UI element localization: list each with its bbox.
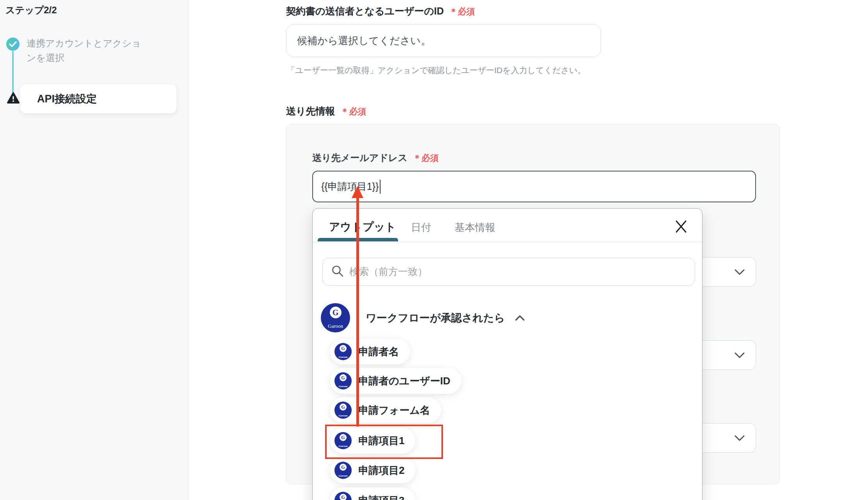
chevron-down-icon (735, 435, 745, 443)
annotation-highlight-box (325, 425, 443, 459)
step-connector-line (12, 51, 14, 93)
trigger-group-label: ワークフローが承認されたら (366, 311, 505, 325)
tabs-divider (313, 241, 702, 242)
tab-date[interactable]: 日付 (411, 221, 431, 234)
variable-chip[interactable]: GGaroon 申請項目2 (330, 457, 415, 483)
step-indicator: ステップ2/2 (5, 4, 57, 16)
step-completed-check-icon (6, 38, 20, 51)
garoon-app-icon: GGaroon (334, 402, 352, 419)
search-icon (331, 265, 344, 279)
chevron-down-icon (735, 352, 745, 360)
variable-chip[interactable]: GGaroon 申請項目3 (330, 488, 415, 500)
sidebar-item-select-account-action[interactable]: 連携アカウントとアクションを選択 (27, 36, 148, 65)
steps-sidebar: ステップ2/2 連携アカウントとアクションを選択 API接続設定 (0, 0, 189, 500)
destination-section-label: 送り先情報＊必須 (286, 105, 366, 118)
output-variable-picker-popup: アウトプット 日付 基本情報 検索（前方一致） G Garoon ワークフローが… (312, 208, 703, 500)
sidebar-item-label: API接続設定 (37, 92, 97, 106)
sidebar-item-api-connection-settings[interactable]: API接続設定 (20, 84, 176, 113)
sender-user-id-label: 契約書の送信者となるユーザーのID＊必須 (286, 5, 475, 18)
chevron-down-icon (735, 269, 745, 277)
required-badge: ＊必須 (449, 7, 475, 16)
tab-basic-info[interactable]: 基本情報 (455, 221, 495, 234)
variable-chip[interactable]: GGaroon 申請者のユーザーID (330, 368, 461, 394)
variable-chip[interactable]: GGaroon 申請フォーム名 (330, 397, 441, 423)
tab-output[interactable]: アウトプット (329, 220, 396, 234)
required-badge: ＊必須 (341, 107, 366, 116)
close-icon[interactable] (672, 218, 690, 235)
text-cursor (380, 180, 381, 194)
trigger-group-row[interactable]: G Garoon ワークフローが承認されたら (321, 303, 525, 332)
sender-user-id-input[interactable]: 候補から選択してください。 (286, 24, 601, 57)
variable-chip[interactable]: GGaroon 申請者名 (330, 339, 410, 364)
annotation-arrow-head (352, 186, 363, 198)
chevron-up-icon[interactable] (515, 315, 525, 323)
annotation-arrow-line (356, 197, 359, 427)
variable-search-input[interactable]: 検索（前方一致） (322, 258, 695, 286)
destination-email-label: 送り先メールアドレス＊必須 (312, 152, 439, 164)
garoon-app-icon: G Garoon (321, 303, 350, 332)
garoon-app-icon: GGaroon (334, 343, 352, 360)
required-badge: ＊必須 (413, 153, 439, 163)
garoon-app-icon: GGaroon (334, 372, 352, 389)
garoon-app-icon: GGaroon (334, 492, 352, 500)
destination-email-input[interactable]: {{申請項目1}} (312, 171, 756, 202)
search-placeholder: 検索（前方一致） (349, 265, 427, 278)
warning-icon (7, 92, 20, 104)
garoon-app-icon: GGaroon (334, 462, 352, 479)
sender-user-id-helper-text: 「ユーザー一覧の取得」アクションで確認したユーザーIDを入力してください。 (287, 65, 586, 76)
